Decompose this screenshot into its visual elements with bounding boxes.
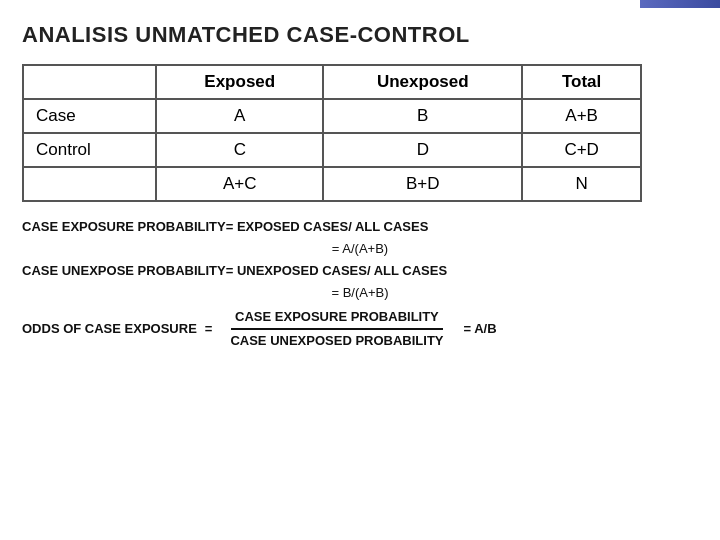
cell-aplusb: A+B [522, 99, 641, 133]
odds-label: ODDS OF CASE EXPOSURE [22, 318, 197, 340]
header-unexposed: Unexposed [323, 65, 522, 99]
table-wrapper: Exposed Unexposed Total Case A B A+B Con… [22, 64, 698, 202]
result-value: = A/B [464, 318, 497, 340]
table-header-row: Exposed Unexposed Total [23, 65, 641, 99]
row-label-case: Case [23, 99, 156, 133]
cell-c: C [156, 133, 323, 167]
header-empty [23, 65, 156, 99]
equals-sign: = [205, 318, 213, 340]
cell-cplusd: C+D [522, 133, 641, 167]
case-exposure-prob-line2: = A/(A+B) [22, 238, 698, 260]
text-block: CASE EXPOSURE PROBABILITY= EXPOSED CASES… [22, 216, 698, 353]
page-container: ANALISIS UNMATCHED CASE-CONTROL Exposed … [0, 0, 720, 540]
top-accent-bar [640, 0, 720, 8]
header-exposed: Exposed [156, 65, 323, 99]
fraction-display: CASE EXPOSURE PROBABILITY CASE UNEXPOSED… [226, 306, 447, 352]
cell-n: N [522, 167, 641, 201]
fraction-denominator: CASE UNEXPOSED PROBABILITY [226, 330, 447, 352]
cell-d: D [323, 133, 522, 167]
fraction-numerator: CASE EXPOSURE PROBABILITY [231, 306, 443, 330]
table-row: Control C D C+D [23, 133, 641, 167]
table-row: Case A B A+B [23, 99, 641, 133]
cell-bplusd: B+D [323, 167, 522, 201]
row-label-totals [23, 167, 156, 201]
header-total: Total [522, 65, 641, 99]
row-label-control: Control [23, 133, 156, 167]
page-title: ANALISIS UNMATCHED CASE-CONTROL [22, 22, 698, 48]
cell-b: B [323, 99, 522, 133]
cell-a: A [156, 99, 323, 133]
case-unexpose-prob-line3: CASE UNEXPOSE PROBABILITY= UNEXPOSED CAS… [22, 260, 698, 282]
table-row: A+C B+D N [23, 167, 641, 201]
case-unexpose-prob-line4: = B/(A+B) [22, 282, 698, 304]
case-control-table: Exposed Unexposed Total Case A B A+B Con… [22, 64, 642, 202]
case-exposure-prob-line1: CASE EXPOSURE PROBABILITY= EXPOSED CASES… [22, 216, 698, 238]
cell-aplusc: A+C [156, 167, 323, 201]
